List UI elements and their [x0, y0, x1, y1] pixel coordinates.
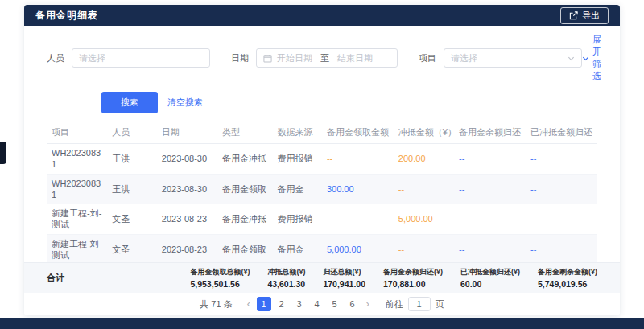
summary-total-label: 合计	[47, 272, 64, 284]
table-cell: --	[454, 144, 526, 175]
table-cell: 文圣	[107, 204, 157, 235]
column-header: 人员	[107, 121, 157, 144]
summary-stat-value: 5,953,501.56	[190, 279, 250, 289]
table-cell: --	[526, 144, 597, 175]
filter-project: 项目 请选择	[419, 48, 582, 68]
table-row[interactable]: 新建工程-刘-测试文圣2023-08-23备用金领取备用金5,000.00---…	[47, 234, 597, 262]
export-button[interactable]: 导出	[560, 7, 609, 24]
table-cell: --	[526, 234, 597, 262]
table-cell: 5,000.00	[394, 204, 454, 235]
table-cell: 新建工程-刘-测试	[47, 234, 107, 262]
page-number-2[interactable]: 2	[275, 297, 289, 311]
prev-page-button[interactable]: ‹	[244, 298, 254, 310]
table-cell: --	[454, 234, 526, 262]
column-header: 备用金领取金额（¥）	[322, 121, 394, 144]
column-header: 已冲抵金额归还（¥）	[526, 121, 597, 144]
summary-stat-value: 60.00	[460, 279, 520, 289]
table-row[interactable]: WH20230831王洪2023-08-30备用金冲抵费用报销--200.00-…	[47, 144, 597, 175]
table-cell: 2023-08-30	[157, 144, 217, 175]
expand-chevron-icon	[582, 55, 589, 62]
table-row[interactable]: WH20230831王洪2023-08-30备用金领取备用金300.00----…	[47, 174, 597, 204]
page-title: 备用金明细表	[35, 9, 98, 23]
table-cell: --	[526, 204, 597, 235]
summary-stat-label: 备用金余额归还(¥)	[383, 267, 443, 278]
table-cell: 备用金	[272, 174, 322, 204]
summary-stat: 备用金余额归还(¥)170,881.00	[383, 267, 443, 289]
calendar-icon	[263, 54, 272, 63]
table-cell: 备用金	[272, 234, 322, 262]
table-cell: 新建工程-刘-测试	[47, 204, 107, 235]
filter-date: 日期 开始日期 至 结束日期	[231, 48, 398, 68]
summary-stat: 备用金领取总额(¥)5,953,501.56	[190, 267, 250, 289]
pagination: 共 71 条 ‹ 123456 › 前往 页	[24, 293, 620, 315]
table-cell: 2023-08-23	[157, 234, 217, 262]
goto-label: 前往	[386, 298, 403, 310]
sidebar-collapse-handle[interactable]	[0, 142, 6, 164]
page-number-4[interactable]: 4	[310, 297, 324, 311]
page-number-6[interactable]: 6	[345, 297, 360, 311]
bottom-taskbar	[0, 318, 644, 329]
card-header: 备用金明细表 导出	[24, 5, 620, 26]
chevron-down-icon	[568, 55, 575, 62]
summary-row: 合计 备用金领取总额(¥)5,953,501.56冲抵总额(¥)43,601.3…	[24, 262, 620, 293]
table-cell: 费用报销	[272, 144, 322, 175]
summary-stat-value: 170,881.00	[383, 279, 443, 289]
date-range-picker[interactable]: 开始日期 至 结束日期	[256, 48, 398, 68]
page-number-1[interactable]: 1	[257, 297, 271, 311]
column-header: 项目	[47, 121, 107, 144]
expand-filters-label: 展开筛选	[592, 34, 601, 82]
table-cell: 王洪	[107, 144, 157, 175]
total-count: 共 71 条	[200, 298, 232, 310]
person-select[interactable]: 请选择	[72, 48, 210, 68]
summary-stat-label: 备用金领取总额(¥)	[190, 267, 250, 278]
summary-stat-label: 已冲抵金额归还(¥)	[460, 267, 520, 278]
expand-filters-link[interactable]: 展开筛选	[582, 34, 601, 82]
summary-stat-value: 170,941.00	[323, 279, 365, 289]
table-cell: 备用金冲抵	[217, 144, 272, 175]
table-cell: 王洪	[107, 174, 157, 204]
table-cell: 文圣	[107, 234, 157, 262]
summary-stat-label: 归还总额(¥)	[323, 267, 365, 278]
table-cell: WH20230831	[47, 174, 107, 204]
table-row[interactable]: 新建工程-刘-测试文圣2023-08-23备用金冲抵费用报销--5,000.00…	[47, 204, 597, 235]
filter-person: 人员 请选择	[47, 48, 210, 68]
next-page-button[interactable]: ›	[363, 298, 373, 310]
table-cell: 2023-08-23	[157, 204, 217, 235]
goto-page: 前往 页	[386, 297, 444, 311]
date-start-placeholder: 开始日期	[277, 52, 312, 64]
petty-cash-detail-card: 备用金明细表 导出 人员 请选择 日期	[24, 5, 620, 315]
project-placeholder: 请选择	[451, 52, 477, 64]
petty-cash-table: 项目人员日期类型数据来源备用金领取金额（¥）冲抵金额（¥）备用金余额归还（¥）已…	[47, 121, 597, 262]
table-cell: 备用金冲抵	[217, 204, 272, 235]
column-header: 数据来源	[272, 121, 322, 144]
summary-stats: 备用金领取总额(¥)5,953,501.56冲抵总额(¥)43,601.30归还…	[190, 267, 597, 289]
summary-stat: 已冲抵金额归还(¥)60.00	[460, 267, 520, 289]
page-number-3[interactable]: 3	[292, 297, 307, 311]
summary-stat: 冲抵总额(¥)43,601.30	[267, 267, 305, 289]
summary-stat-value: 5,749,019.56	[538, 279, 597, 289]
table-cell: 200.00	[394, 144, 454, 175]
project-label: 项目	[419, 52, 436, 64]
action-row: 搜索 清空搜索	[24, 85, 620, 121]
data-table-area[interactable]: 项目人员日期类型数据来源备用金领取金额（¥）冲抵金额（¥）备用金余额归还（¥）已…	[24, 121, 620, 262]
search-button[interactable]: 搜索	[101, 92, 158, 113]
column-header: 类型	[217, 121, 272, 144]
table-cell: --	[322, 204, 394, 235]
table-cell: 5,000.00	[322, 234, 394, 262]
goto-page-suffix: 页	[436, 298, 444, 310]
clear-search-button[interactable]: 清空搜索	[167, 97, 203, 109]
column-header: 日期	[157, 121, 217, 144]
table-cell: --	[454, 204, 526, 235]
table-cell: --	[394, 234, 454, 262]
goto-page-input[interactable]	[408, 297, 431, 311]
date-separator: 至	[320, 52, 329, 64]
summary-stat: 归还总额(¥)170,941.00	[323, 267, 365, 289]
summary-stat-value: 43,601.30	[267, 279, 305, 289]
date-end-placeholder: 结束日期	[337, 52, 373, 64]
summary-stat-label: 备用金剩余金额(¥)	[538, 267, 597, 278]
table-cell: --	[322, 144, 394, 175]
page-number-5[interactable]: 5	[328, 297, 342, 311]
person-label: 人员	[47, 52, 64, 64]
project-select[interactable]: 请选择	[444, 48, 582, 68]
column-header: 冲抵金额（¥）	[394, 121, 454, 144]
